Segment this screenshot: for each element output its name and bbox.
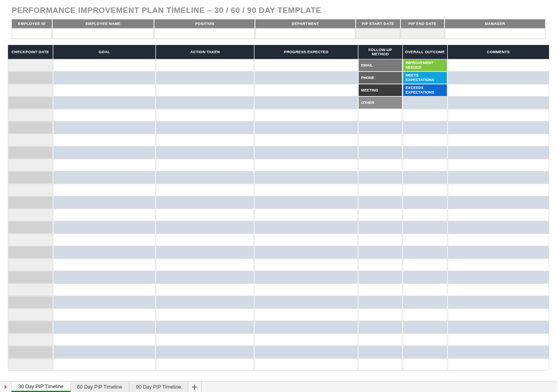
cell-comments[interactable] bbox=[448, 134, 549, 146]
cell-checkpoint[interactable] bbox=[8, 308, 53, 321]
cell-goal[interactable] bbox=[53, 84, 155, 96]
cell-action[interactable] bbox=[156, 109, 254, 121]
cell-goal[interactable] bbox=[53, 346, 155, 358]
cell-comments[interactable] bbox=[448, 321, 549, 333]
cell-action[interactable] bbox=[156, 271, 254, 284]
cell-comments[interactable] bbox=[448, 358, 549, 371]
cell-goal[interactable] bbox=[53, 358, 155, 371]
cell-followup[interactable] bbox=[358, 259, 402, 271]
cell-goal[interactable] bbox=[53, 121, 155, 134]
sheet-nav-prev[interactable] bbox=[0, 382, 12, 383]
emp-cell-name[interactable] bbox=[52, 28, 154, 39]
cell-progress[interactable] bbox=[254, 234, 357, 246]
cell-goal[interactable] bbox=[53, 271, 155, 284]
cell-progress[interactable] bbox=[254, 209, 357, 221]
cell-goal[interactable] bbox=[53, 246, 155, 259]
cell-comments[interactable] bbox=[448, 121, 549, 134]
cell-outcome-exceeds[interactable]: EXCEEDS EXPECTATIONS bbox=[403, 84, 447, 96]
cell-outcome[interactable] bbox=[403, 284, 447, 296]
cell-checkpoint[interactable] bbox=[8, 333, 53, 346]
cell-outcome[interactable] bbox=[403, 159, 447, 171]
cell-followup[interactable] bbox=[358, 109, 402, 121]
cell-action[interactable] bbox=[156, 333, 254, 346]
emp-cell-id[interactable] bbox=[12, 28, 52, 39]
cell-followup[interactable] bbox=[358, 284, 402, 296]
cell-progress[interactable] bbox=[254, 346, 357, 358]
cell-goal[interactable] bbox=[53, 171, 155, 184]
cell-action[interactable] bbox=[156, 321, 254, 333]
cell-comments[interactable] bbox=[448, 96, 549, 109]
cell-comments[interactable] bbox=[448, 333, 549, 346]
cell-outcome[interactable] bbox=[403, 171, 447, 184]
cell-progress[interactable] bbox=[254, 96, 357, 109]
cell-action[interactable] bbox=[156, 259, 254, 271]
cell-progress[interactable] bbox=[254, 171, 357, 184]
cell-outcome[interactable] bbox=[403, 234, 447, 246]
cell-goal[interactable] bbox=[53, 296, 155, 308]
cell-checkpoint[interactable] bbox=[8, 296, 53, 308]
cell-comments[interactable] bbox=[448, 196, 549, 209]
cell-checkpoint[interactable] bbox=[8, 71, 53, 84]
cell-progress[interactable] bbox=[254, 358, 357, 371]
cell-checkpoint[interactable] bbox=[8, 246, 53, 259]
cell-goal[interactable] bbox=[53, 234, 155, 246]
cell-action[interactable] bbox=[156, 146, 254, 159]
cell-progress[interactable] bbox=[254, 284, 357, 296]
cell-action[interactable] bbox=[156, 159, 254, 171]
cell-checkpoint[interactable] bbox=[8, 259, 53, 271]
cell-checkpoint[interactable] bbox=[8, 271, 53, 284]
cell-checkpoint[interactable] bbox=[8, 59, 53, 71]
cell-outcome[interactable] bbox=[403, 184, 447, 196]
cell-action[interactable] bbox=[156, 308, 254, 321]
cell-comments[interactable] bbox=[448, 209, 549, 221]
emp-cell-department[interactable] bbox=[255, 28, 355, 39]
cell-checkpoint[interactable] bbox=[8, 84, 53, 96]
cell-action[interactable] bbox=[156, 284, 254, 296]
cell-followup-meeting[interactable]: MEETING bbox=[358, 84, 402, 96]
cell-progress[interactable] bbox=[254, 121, 357, 134]
cell-followup[interactable] bbox=[358, 271, 402, 284]
emp-cell-start[interactable] bbox=[356, 28, 400, 39]
cell-action[interactable] bbox=[156, 209, 254, 221]
cell-followup[interactable] bbox=[358, 134, 402, 146]
cell-checkpoint[interactable] bbox=[8, 346, 53, 358]
cell-progress[interactable] bbox=[254, 146, 357, 159]
cell-followup[interactable] bbox=[358, 159, 402, 171]
cell-outcome[interactable] bbox=[403, 296, 447, 308]
emp-cell-end[interactable] bbox=[401, 28, 444, 39]
cell-comments[interactable] bbox=[448, 84, 549, 96]
cell-progress[interactable] bbox=[254, 134, 357, 146]
cell-goal[interactable] bbox=[53, 308, 155, 321]
cell-comments[interactable] bbox=[448, 308, 549, 321]
cell-outcome-meets[interactable]: MEETS EXPECTATIONS bbox=[403, 71, 447, 84]
cell-outcome[interactable] bbox=[403, 196, 447, 209]
cell-progress[interactable] bbox=[254, 196, 357, 209]
cell-action[interactable] bbox=[156, 171, 254, 184]
cell-outcome[interactable] bbox=[403, 109, 447, 121]
cell-followup[interactable] bbox=[358, 358, 402, 371]
cell-progress[interactable] bbox=[254, 321, 357, 333]
cell-checkpoint[interactable] bbox=[8, 196, 53, 209]
cell-followup[interactable] bbox=[358, 146, 402, 159]
cell-action[interactable] bbox=[156, 71, 254, 84]
tab-60-day[interactable]: 60 Day PIP Timeline bbox=[71, 382, 130, 383]
cell-comments[interactable] bbox=[448, 296, 549, 308]
cell-goal[interactable] bbox=[53, 146, 155, 159]
cell-goal[interactable] bbox=[53, 221, 155, 234]
cell-comments[interactable] bbox=[448, 159, 549, 171]
cell-goal[interactable] bbox=[53, 159, 155, 171]
cell-outcome[interactable] bbox=[403, 346, 447, 358]
cell-progress[interactable] bbox=[254, 246, 357, 259]
cell-progress[interactable] bbox=[254, 221, 357, 234]
cell-outcome[interactable] bbox=[403, 259, 447, 271]
cell-action[interactable] bbox=[156, 358, 254, 371]
cell-comments[interactable] bbox=[448, 59, 549, 71]
cell-outcome[interactable] bbox=[403, 96, 447, 109]
emp-cell-manager[interactable] bbox=[445, 28, 545, 39]
cell-checkpoint[interactable] bbox=[8, 121, 53, 134]
cell-checkpoint[interactable] bbox=[8, 221, 53, 234]
cell-outcome[interactable] bbox=[403, 308, 447, 321]
cell-comments[interactable] bbox=[448, 234, 549, 246]
cell-comments[interactable] bbox=[448, 246, 549, 259]
cell-outcome[interactable] bbox=[403, 271, 447, 284]
